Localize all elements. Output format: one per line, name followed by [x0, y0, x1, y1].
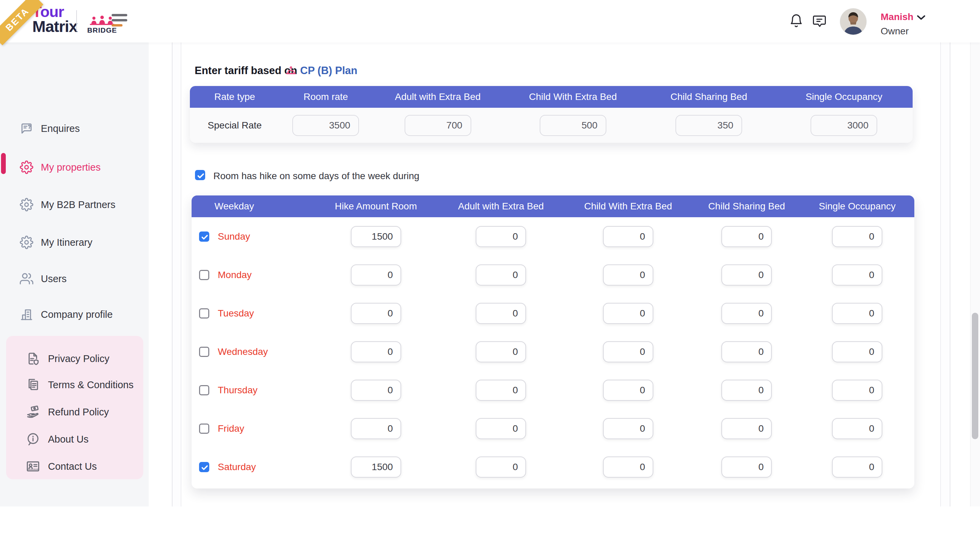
hike-input-monday[interactable] [476, 265, 526, 286]
id-card-icon [26, 459, 40, 474]
sidebar-item-my-properties[interactable]: My properties [0, 156, 149, 178]
hike-input-tuesday[interactable] [351, 303, 401, 324]
sidebar-item-my-b2b-partners[interactable]: My B2B Partners [0, 194, 149, 216]
hike-input-thursday[interactable] [603, 380, 653, 401]
bell-icon[interactable] [789, 14, 804, 29]
hike-input-friday[interactable] [351, 418, 401, 439]
sidebar-item-contact-us[interactable]: Contact Us [6, 456, 143, 477]
hike-input-tuesday[interactable] [832, 303, 882, 324]
weekday-label: Friday [218, 423, 244, 434]
sidebar-item-about-us[interactable]: About Us [6, 429, 143, 450]
weekday-table-header: WeekdayHike Amount RoomAdult with Extra … [192, 195, 914, 217]
sidebar-item-label: My B2B Partners [41, 199, 115, 210]
hamburger-menu-icon[interactable] [111, 14, 127, 28]
weekday-col-header: Hike Amount Room [335, 195, 417, 217]
sidebar-item-company-profile[interactable]: Company profile [0, 303, 149, 325]
sidebar-legal-card: Privacy PolicyTerms & ConditionsRefund P… [6, 336, 143, 479]
scrollbar-track[interactable] [970, 43, 980, 506]
hike-input-thursday[interactable] [351, 380, 401, 401]
building-icon [20, 308, 33, 321]
rate-input[interactable] [811, 115, 877, 136]
weekday-checkbox-sunday[interactable] [199, 232, 209, 242]
hike-input-tuesday[interactable] [603, 303, 653, 324]
weekday-checkbox-friday[interactable] [199, 424, 209, 434]
user-menu[interactable]: Manish [881, 11, 926, 22]
weekday-label: Thursday [218, 385, 258, 396]
hike-input-thursday[interactable] [832, 380, 882, 401]
weekday-checkbox-monday[interactable] [199, 270, 209, 280]
rate-input[interactable] [540, 115, 606, 136]
hike-input-friday[interactable] [721, 418, 772, 439]
hike-input-wednesday[interactable] [351, 341, 401, 362]
hike-input-thursday[interactable] [476, 380, 526, 401]
hike-input-sunday[interactable] [476, 226, 526, 247]
weekday-checkbox-tuesday[interactable] [199, 308, 209, 319]
hike-input-monday[interactable] [603, 265, 653, 286]
plan-link[interactable]: CP (B) Plan [300, 65, 357, 77]
hike-input-saturday[interactable] [351, 457, 401, 477]
hike-input-sunday[interactable] [603, 226, 653, 247]
hike-input-wednesday[interactable] [603, 341, 653, 362]
hike-input-saturday[interactable] [721, 457, 772, 477]
hike-input-monday[interactable] [351, 265, 401, 286]
gear-icon [20, 236, 33, 249]
rate-col-header: Child With Extra Bed [529, 86, 617, 108]
rate-type-label: Special Rate [208, 120, 262, 131]
hike-input-friday[interactable] [476, 418, 526, 439]
sidebar-item-label: Refund Policy [48, 406, 109, 418]
app-root: BETA Tour Matrix BRIDGE [0, 0, 980, 533]
chat-bubble-icon[interactable] [812, 14, 827, 29]
weekday-col-header: Child Sharing Bed [708, 195, 785, 217]
hike-input-sunday[interactable] [832, 226, 882, 247]
weekday-row-thursday: Thursday [192, 371, 914, 409]
rate-input[interactable] [675, 115, 742, 136]
hike-input-monday[interactable] [721, 265, 772, 286]
rate-col-header: Rate type [215, 86, 255, 108]
users-icon [20, 272, 33, 286]
rate-input[interactable] [292, 115, 359, 136]
weekday-label: Monday [218, 270, 252, 281]
rate-col-header: Single Occupancy [805, 86, 882, 108]
hike-input-saturday[interactable] [832, 457, 882, 477]
rate-input[interactable] [404, 115, 471, 136]
user-name: Manish [881, 11, 913, 22]
scrollbar-thumb[interactable] [972, 313, 978, 439]
sidebar-item-enquires[interactable]: Enquires [0, 117, 149, 140]
hike-input-wednesday[interactable] [476, 341, 526, 362]
sidebar-item-my-itinerary[interactable]: My Itinerary [0, 232, 149, 253]
info-bubble-icon [26, 432, 40, 446]
sidebar-item-terms-conditions[interactable]: Terms & Conditions [6, 374, 143, 395]
weekday-checkbox-saturday[interactable] [199, 462, 209, 472]
hike-checkbox[interactable] [195, 170, 205, 180]
weekday-row-monday: Monday [192, 255, 914, 294]
hike-input-wednesday[interactable] [832, 341, 882, 362]
hike-input-friday[interactable] [603, 418, 653, 439]
hike-input-thursday[interactable] [721, 380, 772, 401]
user-avatar[interactable] [840, 8, 867, 35]
refund-hand-icon [26, 405, 40, 419]
hike-input-saturday[interactable] [476, 457, 526, 477]
sidebar-item-refund-policy[interactable]: Refund Policy [6, 401, 143, 422]
gear-icon [20, 198, 33, 211]
hike-input-monday[interactable] [832, 265, 882, 286]
sidebar-item-users[interactable]: Users [0, 268, 149, 290]
hike-input-wednesday[interactable] [721, 341, 772, 362]
rate-col-header: Room rate [304, 86, 348, 108]
rate-table-header: Rate typeRoom rateAdult with Extra BedCh… [190, 86, 913, 108]
hike-input-sunday[interactable] [721, 226, 772, 247]
hike-input-tuesday[interactable] [721, 303, 772, 324]
sidebar-item-label: Enquires [41, 123, 80, 134]
chat-question-icon [20, 122, 33, 135]
hike-input-friday[interactable] [832, 418, 882, 439]
sidebar-item-privacy-policy[interactable]: Privacy Policy [6, 348, 143, 369]
hike-input-sunday[interactable] [351, 226, 401, 247]
weekday-checkbox-wednesday[interactable] [199, 347, 209, 357]
sidebar: EnquiresMy propertiesMy B2B PartnersMy I… [0, 43, 149, 506]
hike-input-saturday[interactable] [603, 457, 653, 477]
sidebar-item-label: About Us [48, 434, 89, 445]
rate-col-header: Child Sharing Bed [670, 86, 747, 108]
logo-divider [76, 10, 77, 31]
hike-input-tuesday[interactable] [476, 303, 526, 324]
gear-icon [20, 160, 33, 174]
weekday-checkbox-thursday[interactable] [199, 385, 209, 395]
